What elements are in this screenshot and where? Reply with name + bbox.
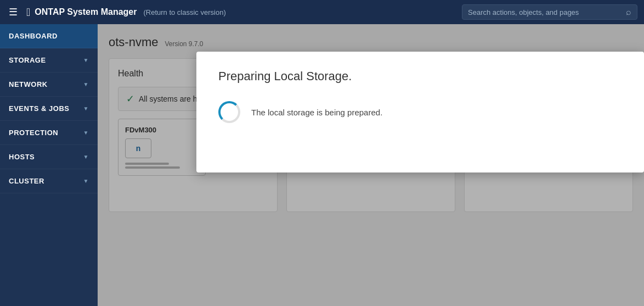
sidebar-label-cluster: CLUSTER — [9, 177, 44, 185]
sidebar-item-dashboard[interactable]: DASHBOARD — [0, 24, 98, 48]
menu-icon[interactable]: ☰ — [7, 4, 20, 20]
preparing-storage-modal: Preparing Local Storage. The local stora… — [196, 52, 644, 173]
search-icon: ⌕ — [626, 7, 631, 17]
sidebar-label-dashboard: DASHBOARD — [9, 32, 58, 40]
sidebar-label-events-jobs: EVENTS & JOBS — [9, 104, 70, 113]
sidebar-item-cluster[interactable]: CLUSTER ▼ — [0, 169, 98, 193]
chevron-down-icon: ▼ — [83, 81, 89, 87]
classic-version-link[interactable]: (Return to classic version) — [143, 8, 225, 16]
sidebar-label-protection: PROTECTION — [9, 129, 58, 137]
sidebar-label-network: NETWORK — [9, 80, 48, 88]
sidebar-item-hosts[interactable]: HOSTS ▼ — [0, 145, 98, 169]
chevron-down-icon: ▼ — [83, 57, 89, 63]
sidebar-item-events-jobs[interactable]: EVENTS & JOBS ▼ — [0, 97, 98, 121]
app-header: ☰  ONTAP System Manager (Return to clas… — [0, 0, 644, 24]
modal-title: Preparing Local Storage. — [218, 69, 622, 84]
loading-spinner — [218, 101, 240, 123]
chevron-down-icon: ▼ — [83, 105, 89, 112]
chevron-down-icon: ▼ — [83, 178, 89, 184]
netapp-logo-icon:  — [26, 6, 30, 19]
main-content: ots-nvme Version 9.7.0 Health → ✓ All sy… — [98, 24, 644, 306]
sidebar-item-network[interactable]: NETWORK ▼ — [0, 73, 98, 97]
modal-message: The local storage is being prepared. — [251, 108, 382, 117]
search-input[interactable] — [468, 8, 626, 16]
chevron-down-icon: ▼ — [83, 154, 89, 160]
app-title: ONTAP System Manager — [35, 7, 137, 17]
sidebar-label-hosts: HOSTS — [9, 153, 35, 161]
sidebar-label-storage: STORAGE — [9, 56, 46, 64]
modal-body: The local storage is being prepared. — [218, 101, 622, 123]
main-layout: DASHBOARD STORAGE ▼ NETWORK ▼ EVENTS & J… — [0, 24, 644, 306]
sidebar-item-protection[interactable]: PROTECTION ▼ — [0, 121, 98, 145]
app-logo:  ONTAP System Manager — [26, 6, 137, 19]
sidebar: DASHBOARD STORAGE ▼ NETWORK ▼ EVENTS & J… — [0, 24, 98, 306]
sidebar-item-storage[interactable]: STORAGE ▼ — [0, 48, 98, 73]
chevron-down-icon: ▼ — [83, 130, 89, 136]
search-bar[interactable]: ⌕ — [462, 4, 637, 20]
